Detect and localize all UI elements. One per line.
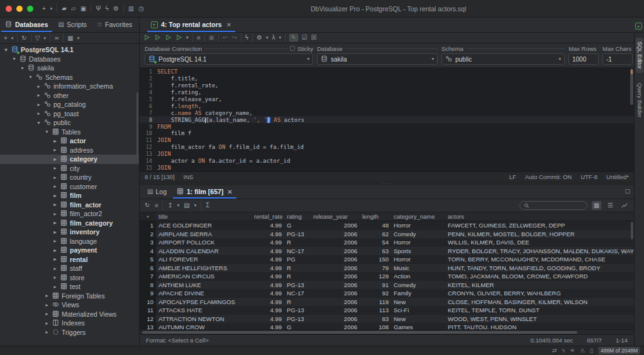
view-chevron-icon[interactable]: ▾ [77, 36, 80, 41]
editor-settings-button[interactable]: ⚙ [257, 35, 262, 41]
column-header-title[interactable]: title [156, 212, 252, 221]
cell-release_year[interactable]: 2006 [311, 255, 360, 264]
cell-release_year[interactable]: 2006 [311, 306, 360, 315]
cell-category_name[interactable]: Comedy [391, 230, 445, 239]
tab-scripts[interactable]: ▤ Scripts [53, 17, 92, 32]
cell-actors[interactable]: HUNT, TANDY, TORN, MANSFIELD, GOODING, B… [445, 264, 634, 273]
cell-category_name[interactable]: Horror [391, 255, 445, 264]
tree-chevron-icon[interactable]: ▾ [43, 129, 50, 134]
cell-release_year[interactable]: 2006 [311, 289, 360, 298]
tree-item-pg-toast[interactable]: ▸pg_toast [0, 109, 139, 119]
tree-chevron-icon[interactable]: ▸ [35, 92, 42, 98]
commands-chevron-icon[interactable]: ▾ [279, 35, 282, 40]
cell-title[interactable]: ALI FOREVER [156, 255, 252, 264]
cell-rating[interactable]: NC-17 [284, 247, 311, 256]
cell-title[interactable]: ATTRACTION NEWTON [156, 315, 252, 324]
tree-chevron-icon[interactable]: ▸ [52, 229, 58, 235]
cell-category_name[interactable]: New [391, 315, 445, 324]
tree-item-rental[interactable]: ▸rental [0, 255, 139, 265]
code-line[interactable]: 2 f.title, [140, 75, 634, 82]
cell-actors[interactable]: PENN, KILMER, MOSTEL, BOLGER, HOPPER [445, 230, 634, 239]
settings-chevron-icon[interactable]: ▾ [266, 35, 269, 40]
tree-chevron-icon[interactable]: ▾ [3, 47, 9, 53]
maximize-panel-icon[interactable]: ▢ [625, 188, 630, 194]
code-line[interactable]: 15JOIN [140, 164, 634, 171]
code-line[interactable]: 10 film f [140, 130, 634, 137]
cell-release_year[interactable]: 2006 [311, 221, 360, 230]
cell-category_name[interactable]: Music [391, 264, 445, 273]
new-connection-button[interactable]: + [42, 6, 46, 12]
row-number[interactable]: 12 [140, 315, 156, 324]
add-connection-button[interactable]: + [4, 35, 8, 41]
close-tab-icon[interactable]: ✕ [226, 21, 231, 28]
code-line[interactable]: 6 f.length, [140, 102, 634, 109]
cell-rental_rate[interactable]: 4.99 [252, 281, 284, 290]
tree-item-city[interactable]: ▸city [0, 164, 139, 173]
row-number[interactable]: 11 [140, 306, 156, 315]
aggregate-button[interactable]: Σ [206, 202, 209, 209]
tree-chevron-icon[interactable]: ▸ [35, 111, 42, 116]
cell-title[interactable]: AMELIE HELLFIGHTERS [156, 264, 252, 273]
cell-title[interactable]: ALADDIN CALENDAR [156, 247, 252, 256]
table-row[interactable]: 9APACHE DIVINE4.99NC-17200692FamilyCRONY… [140, 289, 634, 298]
cell-category_name[interactable]: Horror [391, 238, 445, 247]
grid-corner-cell[interactable]: • [140, 212, 156, 221]
row-number[interactable]: 4 [140, 247, 156, 256]
code-line[interactable]: 3 f.rental_rate, [140, 82, 634, 89]
cell-rating[interactable]: R [284, 298, 311, 307]
cell-title[interactable]: APACHE DIVINE [156, 289, 252, 298]
cell-category_name[interactable]: Sci-Fi [391, 306, 445, 315]
tree-chevron-icon[interactable]: ▸ [52, 147, 58, 153]
add-chevron-icon[interactable]: ▾ [11, 36, 14, 41]
text-view-toggle[interactable]: ☰ [606, 201, 615, 210]
tree-chevron-icon[interactable]: ▸ [52, 266, 58, 271]
tree-chevron-icon[interactable]: ▸ [52, 138, 58, 144]
column-header-length[interactable]: length [360, 212, 391, 221]
cell-rating[interactable]: G [284, 323, 311, 329]
tree-chevron-icon[interactable]: ▸ [52, 165, 58, 171]
tab-log[interactable]: ▤ Log [142, 185, 172, 199]
cell-actors[interactable]: CLOSE, HOFFMAN, BASINGER, KILMER, WILSON [445, 298, 634, 307]
scrollbar-thumb[interactable] [142, 331, 577, 334]
rail-tab-query-builder[interactable]: Query Builder [636, 79, 643, 121]
tree-chevron-icon[interactable]: ▸ [52, 211, 58, 217]
filter-chevron-icon[interactable]: ▾ [43, 36, 46, 41]
table-row[interactable]: 11ATTACKS HATE4.99PG-132006113Sci-FiKEIT… [140, 306, 634, 315]
cell-rating[interactable]: PG-13 [284, 315, 311, 324]
cell-release_year[interactable]: 2006 [311, 281, 360, 290]
tree-item-materialized-views[interactable]: ▸Materialized Views [0, 310, 139, 319]
tree-item-foreign-tables[interactable]: ▸Foreign Tables [0, 292, 139, 301]
table-row[interactable]: 1ACE GOLDFINGER4.99G200648HorrorFAWCETT,… [140, 221, 634, 230]
cell-rental_rate[interactable]: 4.99 [252, 272, 284, 281]
column-header-rental_rate[interactable]: rental_rate [252, 212, 284, 221]
tree-item-test[interactable]: ▸test [0, 282, 139, 292]
table-row[interactable]: 12ATTRACTION NEWTON4.99PG-13200683NewWOO… [140, 315, 634, 324]
tree-item-pg-catalog[interactable]: ▸pg_catalog [0, 100, 139, 109]
grid-view-toggle[interactable]: ▦ [592, 201, 601, 210]
tab-favorites[interactable]: ☆ Favorites [92, 17, 137, 32]
code-line[interactable]: 9FROM [140, 123, 634, 130]
table-row[interactable]: 7AMERICAN CIRCUS4.99R2006129ActionTOMEI,… [140, 272, 634, 281]
tab-databases[interactable]: Databases [0, 17, 53, 32]
cell-release_year[interactable]: 2006 [311, 323, 360, 329]
cell-actors[interactable]: WILLIS, KILMER, DAVIS, DEE [445, 238, 634, 247]
tree-chevron-icon[interactable]: ▸ [52, 156, 58, 162]
execute-current-button[interactable] [154, 34, 161, 42]
cell-title[interactable]: ATTACKS HATE [156, 306, 252, 315]
collapse-all-button[interactable]: ≍ [54, 35, 59, 41]
cell-length[interactable]: 48 [360, 221, 391, 230]
select-mode-toggle[interactable]: ☑ [302, 35, 308, 41]
tree-chevron-icon[interactable]: ▾ [27, 74, 34, 80]
tree-item-postgresql-14-1[interactable]: ▾PostgreSQL 14.1 [0, 45, 139, 55]
cell-rental_rate[interactable]: 4.99 [252, 315, 284, 324]
copy-chevron-icon[interactable]: ▾ [194, 203, 197, 208]
cell-rental_rate[interactable]: 4.99 [252, 298, 284, 307]
rollback-button[interactable]: ↪ [231, 35, 236, 41]
row-number[interactable]: 9 [140, 289, 156, 298]
tree-item-tables[interactable]: ▾Tables [0, 128, 139, 137]
cell-length[interactable]: 108 [360, 323, 391, 329]
row-number[interactable]: 2 [140, 230, 156, 239]
disable-mode-toggle[interactable]: ☒ [311, 35, 317, 41]
view-options-button[interactable]: ▦ [67, 35, 73, 41]
rail-tab-sql-editor[interactable]: SQL Editor [636, 38, 643, 73]
